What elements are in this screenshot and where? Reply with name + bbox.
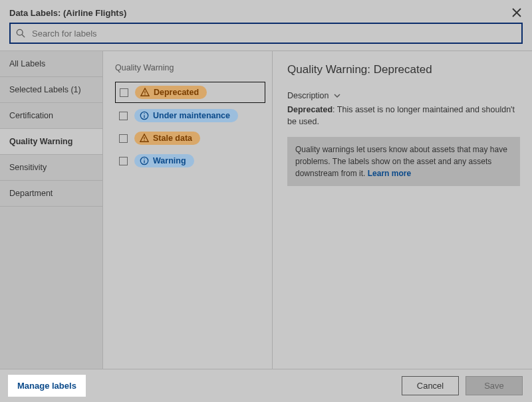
label-row-stale-data[interactable]: Stale data [115,128,265,148]
svg-point-3 [144,94,145,95]
label-row-warning[interactable]: Warning [115,151,265,171]
label-list-panel: Quality Warning Deprecated Under mainten… [103,51,273,369]
label-text: Under maintenance [153,111,230,120]
warning-icon [140,134,149,143]
label-text: Stale data [153,134,192,143]
label-pill: Warning [134,154,194,167]
svg-point-6 [144,113,145,114]
description-label: Description [287,91,329,100]
description-toggle[interactable]: Description [287,91,520,100]
sidebar: All Labels Selected Labels (1) Certifica… [0,51,103,369]
detail-title: Quality Warning: Deprecated [287,63,520,76]
description-body: Deprecated: This asset is no longer main… [287,104,520,128]
svg-point-8 [144,140,144,141]
checkbox[interactable] [119,157,128,165]
footer-buttons: Cancel Save [402,376,523,395]
search-box[interactable] [9,23,523,44]
warning-icon [140,88,150,97]
checkbox[interactable] [120,88,128,97]
svg-point-11 [144,158,145,159]
sidebar-item-quality-warning[interactable]: Quality Warning [0,129,102,155]
label-row-deprecated[interactable]: Deprecated [115,82,265,103]
search-input[interactable] [31,28,516,39]
sidebar-item-selected-labels[interactable]: Selected Labels (1) [0,77,102,103]
dialog-footer: Manage labels Cancel Save [0,369,532,402]
close-icon [512,8,521,17]
save-button[interactable]: Save [466,376,523,395]
detail-panel: Quality Warning: Deprecated Description … [273,51,532,369]
search-row [0,23,532,50]
info-icon [140,156,149,165]
label-row-under-maintenance[interactable]: Under maintenance [115,106,265,126]
label-text: Deprecated [154,88,199,97]
label-pill: Stale data [134,132,200,145]
description-term: Deprecated [287,105,332,114]
sidebar-item-department[interactable]: Department [0,181,102,207]
dialog-body: All Labels Selected Labels (1) Certifica… [0,50,532,369]
svg-point-0 [17,29,23,35]
info-box: Quality warnings let users know about as… [287,137,520,186]
learn-more-link[interactable]: Learn more [368,169,411,178]
dialog-header: Data Labels: (Airline Flights) [0,0,532,23]
label-list-title: Quality Warning [115,63,265,72]
info-icon [140,111,149,120]
sidebar-item-sensitivity[interactable]: Sensitivity [0,155,102,181]
svg-line-1 [22,35,25,37]
label-pill: Deprecated [135,86,207,99]
close-button[interactable] [511,7,523,19]
search-icon [16,29,25,38]
manage-labels-link[interactable]: Manage labels [9,376,84,395]
chevron-down-icon [333,92,341,100]
label-text: Warning [153,156,186,165]
cancel-button[interactable]: Cancel [402,376,459,395]
data-labels-dialog: Data Labels: (Airline Flights) All Label… [0,0,532,402]
dialog-title: Data Labels: (Airline Flights) [9,8,126,18]
label-pill: Under maintenance [134,109,238,122]
sidebar-item-certification[interactable]: Certification [0,103,102,129]
checkbox[interactable] [119,112,128,120]
checkbox[interactable] [119,134,128,143]
sidebar-item-all-labels[interactable]: All Labels [0,51,102,77]
